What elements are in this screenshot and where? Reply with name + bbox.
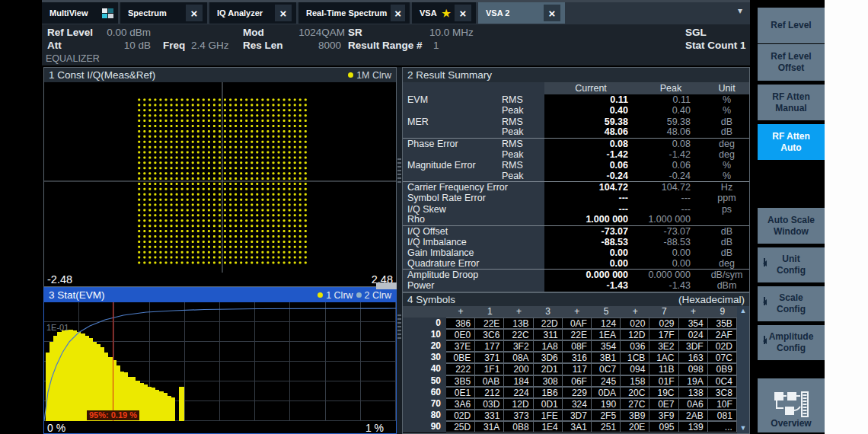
result-name: I/Q Skew [403, 204, 502, 215]
result-unit: % [704, 171, 749, 181]
result-row-phase-error: Phase ErrorRMS0.080.08deg [403, 139, 749, 149]
result-current-value: 104.72 [544, 182, 637, 193]
x-max-label: 1 % [365, 422, 393, 434]
result-range-value[interactable]: 1 [433, 40, 439, 51]
result-peak-value: 1.000 000 [637, 215, 704, 225]
result-peak-value: 0.00 [637, 259, 704, 269]
tab-close-icon-iq-analyzer[interactable]: × [275, 5, 292, 21]
result-subname: RMS [502, 116, 544, 127]
window2-titlebar[interactable]: 2 Result Summary [403, 68, 749, 82]
softkey-unit-config[interactable]: Unit Config [758, 247, 825, 282]
mod-label: Mod [243, 27, 264, 38]
symbol-cell: 212 [475, 387, 504, 398]
tab-spectrum[interactable]: Spectrum× [120, 2, 207, 24]
result-peak-value: --- [637, 204, 704, 215]
window3-titlebar[interactable]: 3 Stat(EVM) 1 Clrw 2 Clrw [44, 288, 396, 302]
tab-close-icon-spectrum[interactable]: × [186, 5, 203, 21]
symbols-scrollbar[interactable]: ▲ ▼ [737, 306, 749, 433]
tab-real-time-spectrum[interactable]: Real-Time Spectrum× [298, 2, 410, 24]
equalizer-indicator: EQUALIZER [46, 53, 100, 65]
splitter-grip[interactable] [397, 314, 401, 340]
sr-value[interactable]: 10.0 MHz [429, 27, 474, 38]
result-unit: % [704, 160, 749, 171]
percentile-marker-line[interactable] [113, 302, 113, 421]
symbol-cell: 138 [679, 387, 708, 398]
tab-iq-analyzer[interactable]: IQ Analyzer× [209, 2, 296, 24]
result-row-peak: Peak-0.24-0.24% [403, 171, 749, 182]
symbols-row-70: 703A603D12D0D132419027C0E70A610F [403, 398, 749, 410]
softkey-ref-level-offset[interactable]: Ref Level Offset [758, 44, 825, 81]
symbol-cell: 1CB [621, 352, 649, 363]
sgl-indicator: SGL [685, 27, 707, 38]
result-subname: RMS [502, 160, 544, 171]
mod-value[interactable]: 1024QAM [276, 27, 345, 38]
result-name [403, 149, 502, 160]
window1-titlebar[interactable]: 1 Const I/Q(Meas&Ref) 1M Clrw [44, 68, 396, 82]
result-name-cell: Peak [403, 149, 544, 160]
symbols-row-label: 30 [403, 352, 446, 363]
splitter-grip[interactable] [397, 158, 401, 184]
pane-splitter[interactable] [397, 67, 402, 434]
result-subname [502, 204, 544, 215]
symbol-cell: 08A [504, 352, 533, 363]
symbol-cell: 0C7 [592, 363, 621, 375]
symbol-cell: 12D [621, 329, 649, 340]
result-row-i-q-imbalance: I/Q Imbalance-88.53-88.53dB [403, 237, 749, 247]
softkey-overview[interactable]: Overview [758, 378, 825, 432]
att-value[interactable]: 10 dB [86, 40, 151, 51]
softkey-rf-atten-auto[interactable]: RF Atten Auto [758, 124, 825, 160]
symbol-cell: 20E [621, 421, 649, 432]
res-len-value[interactable]: 8000 [276, 40, 341, 51]
symbols-col-header: 3 [534, 306, 563, 318]
tab-close-icon-real-time-spectrum[interactable]: × [391, 5, 405, 21]
window4-titlebar[interactable]: 4 Symbols (Hexadecimal) [403, 293, 749, 306]
result-current-value: --- [544, 204, 637, 215]
symbol-cell: 01F [649, 375, 678, 387]
result-name-cell: Carrier Frequency Error [403, 182, 544, 193]
window4-title: 4 Symbols [407, 294, 455, 305]
symbol-cell: 0AF [563, 318, 592, 329]
result-row-peak: Peak-1.42-1.42deg [403, 149, 749, 160]
scroll-up-icon[interactable]: ▲ [740, 306, 747, 316]
evm-histogram-plot[interactable]: 1E-01 95%: 0.19 % [44, 302, 396, 421]
symbols-row-60: 600E12122241B62290DA20C19C1383C8 [403, 387, 749, 398]
percentile-marker-label: 95%: 0.19 % [87, 410, 139, 420]
symbol-cell: 37E [446, 340, 475, 352]
symbol-cell: 311 [534, 329, 563, 340]
tab-overflow-caret-icon[interactable]: ▾ [738, 5, 742, 16]
softkey-scale-config[interactable]: Scale Config [758, 286, 825, 321]
tab-close-icon-vsa-2[interactable]: × [544, 5, 560, 21]
result-name-cell: Peak [403, 105, 544, 116]
symbol-cell: 0A6 [679, 398, 708, 410]
result-peak-value: 59.38 [637, 116, 704, 127]
tab-multiview[interactable]: MultiView [42, 2, 118, 24]
result-peak-value: -1.43 [637, 280, 704, 291]
softkey-auto-scale-window[interactable]: Auto Scale Window [758, 208, 825, 244]
symbols-row-label: 70 [403, 398, 446, 410]
att-label: Att [47, 40, 62, 51]
tab-close-icon-vsa[interactable]: × [455, 5, 471, 21]
result-peak-value: 48.06 [637, 127, 704, 137]
result-name: Symbol Rate Error [403, 193, 502, 203]
softkey-ref-level[interactable]: Ref Level [758, 8, 825, 43]
result-subname [502, 247, 544, 258]
softkey-rf-atten-manual[interactable]: RF Atten Manual [758, 85, 825, 120]
ref-level-value[interactable]: 0.00 dBm [86, 27, 151, 38]
symbol-cell: 0DA [592, 387, 621, 398]
symbol-cell: 177 [475, 340, 504, 352]
tab-vsa-2[interactable]: VSA 2× [478, 2, 565, 24]
freq-value[interactable]: 2.4 GHz [191, 40, 229, 51]
result-subname: Peak [502, 149, 544, 160]
horizontal-splitter-grip[interactable] [376, 282, 397, 289]
result-name: Power [403, 280, 502, 291]
scroll-down-icon[interactable]: ▼ [740, 423, 747, 433]
result-unit: dB [704, 247, 749, 258]
symbols-col-header: 9 [708, 306, 737, 318]
tab-vsa[interactable]: VSA★× [412, 2, 476, 24]
constellation-plot[interactable] [44, 82, 396, 273]
symbol-cell: 036 [621, 340, 649, 352]
result-unit: dBm [704, 280, 749, 291]
softkey-amplitude-config[interactable]: Amplitude Config [758, 325, 825, 360]
symbols-col-header: + [446, 306, 475, 318]
symbol-cell: 1F1 [475, 363, 504, 375]
